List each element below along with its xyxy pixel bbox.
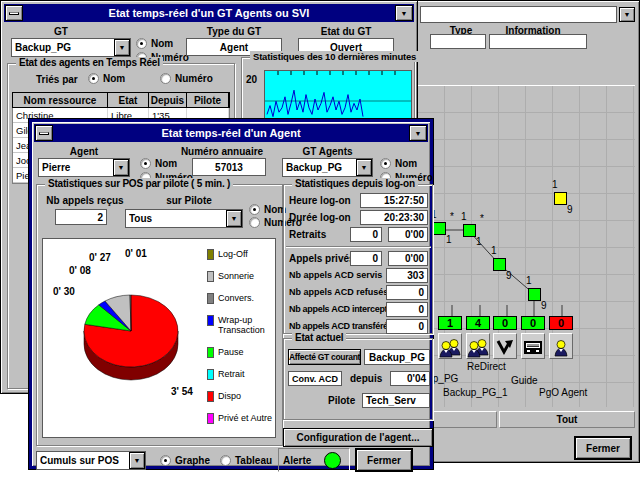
view-information-field[interactable] <box>489 34 587 49</box>
acd-transferes-field: 0 <box>386 319 428 334</box>
chevron-down-icon: ▼ <box>415 130 422 137</box>
diagram-node[interactable] <box>463 224 476 237</box>
cumuls-combobox[interactable]: Cumuls sur POS ▼ <box>36 451 146 470</box>
view-fermer-button[interactable]: Fermer <box>575 437 631 459</box>
acd-refuses-label: Nb appels ACD refusés <box>289 287 388 297</box>
legend-label: Dispo <box>218 391 241 401</box>
view-type-field[interactable] <box>430 34 486 49</box>
counter-box[interactable]: 4 <box>466 316 490 330</box>
node-label-above: 1 <box>526 275 532 286</box>
redirect-icon[interactable] <box>493 333 517 359</box>
pie-chart-box: 3' 540' 300' 080' 270' 01 Log-OffSonneri… <box>42 238 276 438</box>
node-label-below: 9 <box>541 300 547 311</box>
diagram-node[interactable] <box>528 288 541 301</box>
acd-interceptes-label: Nb appels ACD interceptés <box>289 304 397 314</box>
window-gt-view: ▼ Type Information 11*11*191919 14000 2R… <box>410 0 640 463</box>
acd-servis-field: 303 <box>386 268 428 283</box>
combo-arrow-icon[interactable]: ▼ <box>114 39 130 56</box>
agent-fermer-button[interactable]: Fermer <box>356 449 412 471</box>
configuration-agent-button[interactable]: Configuration de l'agent... <box>283 428 433 447</box>
system-menu-icon[interactable] <box>5 5 23 21</box>
agent-combobox[interactable]: Pierre ▼ <box>38 158 130 177</box>
combo-arrow-icon[interactable]: ▼ <box>356 159 372 176</box>
node-label-above: 1 <box>552 179 558 190</box>
depuis-label: depuis <box>350 373 382 384</box>
legend-color-chip <box>207 315 214 326</box>
legend-color-chip <box>207 413 214 424</box>
affecte-gt-courant-button[interactable]: Affecté GT courant <box>288 349 361 365</box>
legend-label: Convers. <box>218 293 254 303</box>
svg-text:3' 54: 3' 54 <box>171 386 193 397</box>
legend-label: Pause <box>218 347 244 357</box>
gt-agents-label: GT Agents <box>282 146 373 157</box>
pilote-radio-nom[interactable]: Nom <box>249 204 286 215</box>
svg-text:0' 27: 0' 27 <box>89 252 111 263</box>
diagram-label: Backup_PG_1 <box>443 387 508 398</box>
diagram-node[interactable] <box>554 192 567 205</box>
minutes-chart-svg <box>265 71 411 125</box>
system-menu-icon[interactable] <box>35 125 53 141</box>
appels-prives-count-field: 0 <box>350 251 382 266</box>
node-label-below: 9 <box>506 270 512 281</box>
agent-titlebar[interactable]: Etat temps-réel d'un Agent ▼ <box>34 124 428 142</box>
agent-radio-nom[interactable]: Nom <box>140 158 177 169</box>
etat-actuel-group: Etat actuel Affecté GT courant Backup_PG… <box>283 338 433 420</box>
legend-item: Dispo <box>207 391 273 402</box>
legend-label: Privé et Autre <box>218 413 272 423</box>
view-combo-arrow-button[interactable]: ▼ <box>619 7 635 22</box>
legend-label: Sonnerie <box>218 271 254 281</box>
legend-label: Log-Off <box>218 249 248 259</box>
combo-arrow-icon[interactable]: ▼ <box>129 452 145 469</box>
nb-appels-recus-field: 2 <box>55 209 107 225</box>
node-label-below: 9 <box>567 204 573 215</box>
agents-icon[interactable] <box>466 333 490 359</box>
svg-text:0' 30: 0' 30 <box>53 286 75 297</box>
counter-box[interactable]: 0 <box>521 316 545 330</box>
node-label-above: 1 <box>491 245 497 256</box>
pos-pie-svg: 3' 540' 300' 080' 270' 01 <box>43 239 205 437</box>
legend-item: Sonnerie <box>207 271 273 282</box>
combo-arrow-icon[interactable]: ▼ <box>226 210 242 227</box>
view-combo[interactable] <box>420 6 617 23</box>
legend-color-chip <box>207 293 214 304</box>
agent-icon[interactable] <box>549 333 573 359</box>
status-cell-tout[interactable]: Tout <box>499 411 635 428</box>
legend-color-chip <box>207 271 214 282</box>
diagram-node[interactable] <box>493 258 506 271</box>
sort-radio-nom[interactable]: Nom <box>88 73 125 84</box>
gt-radio-nom[interactable]: Nom <box>136 38 173 49</box>
alerte-frame: Alerte <box>278 448 350 472</box>
tableau-radio[interactable]: Tableau <box>220 455 272 466</box>
legend-item: Convers. <box>207 293 273 304</box>
retraits-label: Retraits <box>289 229 326 240</box>
minimize-button[interactable]: ▼ <box>409 125 427 141</box>
acd-refuses-field: 0 <box>386 285 428 300</box>
guide-icon[interactable] <box>521 333 545 359</box>
pilote-combobox[interactable]: Tous ▼ <box>125 209 243 228</box>
diagram-label: ReDirect <box>467 361 506 372</box>
combo-arrow-icon[interactable]: ▼ <box>113 159 129 176</box>
legend-item: Log-Off <box>207 249 273 260</box>
counter-box[interactable]: 0 <box>549 316 573 330</box>
legend-color-chip <box>207 391 214 402</box>
logon-stats-group: Statistiques depuis log-on Heure log-on … <box>283 184 433 334</box>
type-du-gt-label: Type du GT <box>186 26 282 37</box>
gt-titlebar[interactable]: Etat temps-réel d'un GT Agents ou SVI ▼ <box>4 4 414 22</box>
sort-radio-numero[interactable]: Numéro <box>160 73 213 84</box>
gt-agents-combobox[interactable]: Backup_PG ▼ <box>282 158 373 177</box>
heure-logon-field: 15:27:50 <box>360 193 428 208</box>
stats-group-title: Statistiques des 10 dernières minutes <box>250 51 419 62</box>
counter-box[interactable]: 0 <box>493 316 517 330</box>
agents-icon[interactable] <box>438 333 462 359</box>
legend-item: Retrait <box>207 369 273 380</box>
counter-box[interactable]: 1 <box>438 316 462 330</box>
minimize-button[interactable]: ▼ <box>395 5 413 21</box>
pilote-field: Tech_Serv <box>362 393 430 408</box>
gt-combobox[interactable]: Backup_PG ▼ <box>11 38 131 57</box>
node-label-below: 1 <box>476 236 482 247</box>
node-star-marker: * <box>450 211 454 222</box>
graphe-radio[interactable]: Graphe <box>160 455 210 466</box>
gtagents-radio-nom[interactable]: Nom <box>380 158 417 169</box>
pos-group-title: Statistiques sur POS par pilote ( 5 min.… <box>45 178 233 189</box>
diagram-node[interactable] <box>433 222 446 235</box>
